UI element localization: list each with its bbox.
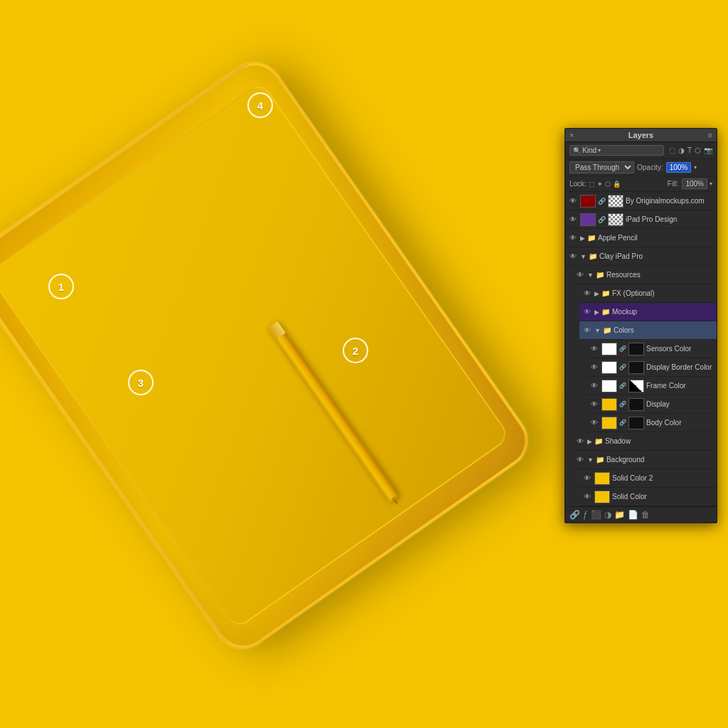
layer-resources[interactable]: 👁 ▼ 📁 Resources <box>572 266 717 284</box>
layer-thumb1 <box>601 417 617 429</box>
fill-value[interactable]: 100% <box>682 178 707 189</box>
layer-name: Frame Color <box>646 382 714 390</box>
layer-name: Clay iPad Pro <box>599 252 714 260</box>
fill-label: Fill: <box>668 180 679 188</box>
expand-icon[interactable]: ▼ <box>580 253 587 260</box>
visibility-icon[interactable]: 👁 <box>575 455 585 465</box>
badge-1: 1 <box>48 274 74 299</box>
layer-thumb2 <box>628 417 644 429</box>
kind-dropdown-icon[interactable]: ▾ <box>598 147 601 154</box>
visibility-icon[interactable]: 👁 <box>575 437 585 446</box>
smart-filter-icon[interactable]: 📷 <box>704 146 712 154</box>
layer-style-icon[interactable]: ƒ <box>583 510 588 520</box>
layer-frame-color[interactable]: 👁 🔗 Frame Color <box>587 377 717 395</box>
layer-clay-ipad-pro[interactable]: 👁 ▼ 📁 Clay iPad Pro <box>565 247 717 266</box>
layer-name: Background <box>606 456 714 464</box>
layer-solid-color[interactable]: 👁 Solid Color <box>579 488 717 506</box>
layer-solid-color-2[interactable]: 👁 Solid Color 2 <box>579 469 717 488</box>
visibility-icon[interactable]: 👁 <box>589 344 599 354</box>
kind-label: Kind <box>582 146 596 154</box>
layer-apple-pencil[interactable]: 👁 ▶ 📁 Apple Pencil <box>565 229 717 247</box>
layer-mockup[interactable]: 👁 ▶ 📁 Mockup <box>579 303 717 321</box>
layers-panel: × Layers ≡ 🔍 Kind ▾ ⬚ ◑ T ⬡ 📷 Pass Throu… <box>564 128 717 523</box>
ipad-screen <box>0 81 511 630</box>
adjustment-filter-icon[interactable]: ◑ <box>678 146 685 154</box>
mask-icon[interactable]: ⬛ <box>591 510 601 520</box>
visibility-icon[interactable]: 👁 <box>582 307 592 317</box>
lock-move-icon[interactable]: ✦ <box>597 181 603 188</box>
layer-name: Resources <box>606 271 714 279</box>
badge-4: 4 <box>247 92 273 118</box>
folder-icon: 📁 <box>601 308 610 316</box>
expand-icon[interactable]: ▼ <box>587 272 594 279</box>
visibility-icon[interactable]: 👁 <box>582 492 592 502</box>
layer-thumb1 <box>594 491 610 503</box>
lock-all-icon[interactable]: 🔒 <box>613 181 621 188</box>
visibility-icon[interactable]: 👁 <box>589 400 599 410</box>
expand-icon[interactable]: ▶ <box>594 290 599 297</box>
folder-icon: 📁 <box>594 437 603 445</box>
adjustment-icon[interactable]: ◑ <box>604 510 611 520</box>
link-icon: 🔗 <box>619 401 626 407</box>
layer-body-color[interactable]: 👁 🔗 Body Color <box>587 414 717 432</box>
delete-icon[interactable]: 🗑 <box>641 510 650 520</box>
layer-colors[interactable]: 👁 ▼ 📁 Colors <box>579 321 717 340</box>
visibility-icon[interactable]: 👁 <box>582 473 592 483</box>
lock-label: Lock: <box>569 180 587 188</box>
expand-icon[interactable]: ▼ <box>587 456 594 464</box>
expand-icon[interactable]: ▶ <box>580 235 585 242</box>
lock-pixels-icon[interactable]: ⬚ <box>589 181 595 188</box>
layer-display-border-color[interactable]: 👁 🔗 Display Border Color <box>587 358 717 377</box>
link-icon: 🔗 <box>619 364 626 370</box>
layer-sensors-color[interactable]: 👁 🔗 Sensors Color <box>587 340 717 358</box>
new-layer-icon[interactable]: 📄 <box>628 510 638 520</box>
layer-ipad-pro-design[interactable]: 👁 🔗 iPad Pro Design <box>565 210 717 229</box>
layer-thumb1 <box>580 213 596 226</box>
panel-menu-button[interactable]: ≡ <box>708 131 712 139</box>
blend-mode-select[interactable]: Pass Through Normal Multiply <box>569 161 634 173</box>
opacity-dropdown[interactable]: ▾ <box>694 164 697 171</box>
visibility-icon[interactable]: 👁 <box>568 215 578 225</box>
layer-name: Body Color <box>646 419 714 427</box>
visibility-icon[interactable]: 👁 <box>589 418 599 428</box>
visibility-icon[interactable]: 👁 <box>568 196 578 206</box>
ipad-body <box>0 51 539 659</box>
layer-background[interactable]: 👁 ▼ 📁 Background <box>572 451 717 469</box>
layer-fx-optional[interactable]: 👁 ▶ 📁 FX (Optional) <box>579 284 717 303</box>
lock-row: Lock: ⬚ ✦ ⬡ 🔒 Fill: 100% ▾ <box>565 176 717 192</box>
layers-list: 👁 🔗 By Originalmockups.com 👁 🔗 iPad Pro … <box>565 192 717 506</box>
search-field[interactable]: 🔍 Kind ▾ <box>569 145 664 156</box>
panel-bottom-bar: 🔗 ƒ ⬛ ◑ 📁 📄 🗑 <box>565 506 717 523</box>
lock-artboard-icon[interactable]: ⬡ <box>605 181 611 188</box>
close-button[interactable]: × <box>569 131 574 139</box>
group-icon[interactable]: 📁 <box>614 510 625 520</box>
layer-thumb2 <box>628 361 644 374</box>
opacity-value[interactable]: 100% <box>666 162 692 173</box>
panel-titlebar: × Layers ≡ <box>565 129 717 142</box>
layer-by-originalmockups[interactable]: 👁 🔗 By Originalmockups.com <box>565 192 717 210</box>
text-filter-icon[interactable]: T <box>687 146 692 154</box>
visibility-icon[interactable]: 👁 <box>582 326 592 336</box>
folder-icon: 📁 <box>601 289 610 297</box>
visibility-icon[interactable]: 👁 <box>568 233 578 243</box>
opacity-label: Opacity: <box>637 164 663 171</box>
link-icon: 🔗 <box>598 216 606 223</box>
fill-dropdown[interactable]: ▾ <box>710 181 712 187</box>
pixel-filter-icon[interactable]: ⬚ <box>669 146 675 154</box>
expand-icon[interactable]: ▶ <box>587 438 592 445</box>
layer-thumb2 <box>628 343 644 355</box>
folder-icon: 📁 <box>603 326 611 334</box>
shape-filter-icon[interactable]: ⬡ <box>695 146 701 154</box>
expand-icon[interactable]: ▼ <box>594 327 601 334</box>
layer-shadow[interactable]: 👁 ▶ 📁 Shadow <box>572 432 717 451</box>
expand-icon[interactable]: ▶ <box>594 309 599 316</box>
layer-display[interactable]: 👁 🔗 Display <box>587 395 717 414</box>
visibility-icon[interactable]: 👁 <box>589 363 599 373</box>
link-layers-icon[interactable]: 🔗 <box>569 510 580 520</box>
link-icon: 🔗 <box>619 382 626 389</box>
visibility-icon[interactable]: 👁 <box>589 381 599 391</box>
layer-thumb2 <box>608 195 623 208</box>
visibility-icon[interactable]: 👁 <box>582 289 592 299</box>
visibility-icon[interactable]: 👁 <box>568 252 578 262</box>
visibility-icon[interactable]: 👁 <box>575 270 585 280</box>
